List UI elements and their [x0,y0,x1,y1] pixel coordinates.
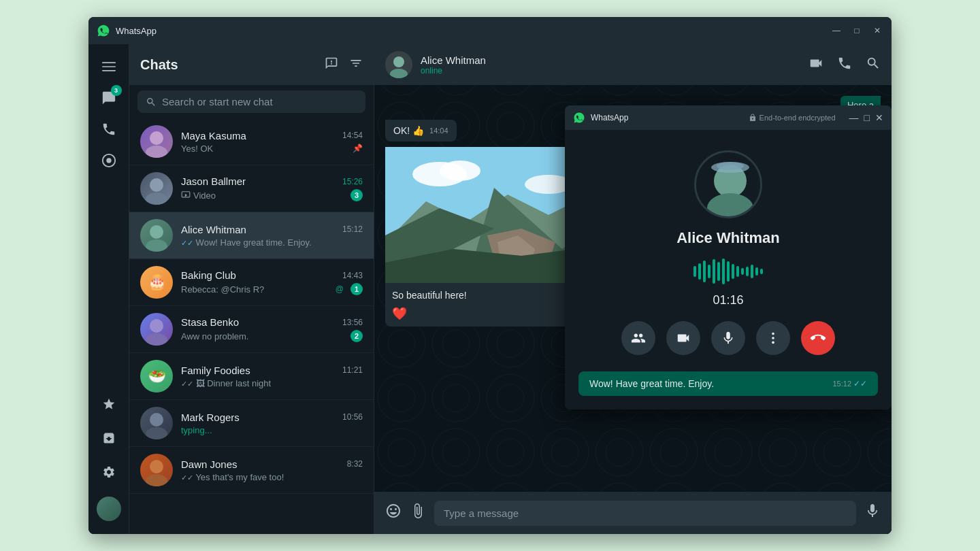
svg-point-16 [150,413,163,427]
video-call-icon[interactable] [808,56,823,74]
video-toggle-button[interactable] [666,321,700,355]
chat-preview-stasa: Aww no problem. [181,331,346,341]
voice-call-icon[interactable] [837,56,852,74]
svg-point-4 [106,158,111,163]
emoji-icon[interactable] [385,503,402,523]
chat-info-alice: Alice Whitman 15:12 ✓✓ Wow! Have great t… [181,224,363,248]
svg-point-37 [772,337,774,339]
nav-bottom [95,390,123,526]
chat-item-maya[interactable]: Maya Kasuma 14:54 Yes! OK 📌 [129,118,374,165]
chat-info-dawn: Dawn Jones 8:32 ✓✓ Yes that's my fave to… [181,458,363,482]
chat-item-baking[interactable]: 🎂 Baking Club 14:43 Rebecca: @Chris R? @… [129,259,374,306]
avatar-baking: 🎂 [140,266,173,299]
nav-icon-menu[interactable] [95,52,123,81]
chat-preview-baking: Rebecca: @Chris R? [181,284,333,295]
wave-bar-5 [713,259,715,284]
call-title-bar: WhatsApp End-to-end endcrypted — □ ✕ [565,105,892,130]
chat-preview-alice: ✓✓ Wow! Have great time. Enjoy. [181,237,363,248]
encrypted-label: End-to-end endcrypted [760,114,836,122]
filter-icon[interactable] [349,56,363,73]
search-chat-icon[interactable] [866,56,881,74]
chat-header-icons [808,56,881,74]
chat-item-alice[interactable]: Alice Whitman 15:12 ✓✓ Wow! Have great t… [129,212,374,259]
voice-message-icon[interactable] [864,503,881,523]
chat-time-dawn: 8:32 [347,459,363,469]
chat-time-maya: 14:54 [342,131,363,140]
wave-bar-8 [727,261,730,282]
nav-icon-status[interactable] [95,146,123,175]
chat-time-stasa: 13:56 [342,318,363,327]
svg-point-17 [146,427,167,439]
msg-ok: OK! 👍 14:04 [385,120,457,141]
call-body: Alice Whitman 01:16 [565,130,892,410]
chat-info-baking: Baking Club 14:43 Rebecca: @Chris R? @ 1 [181,269,363,295]
wave-bar-11 [741,268,744,275]
search-icon [146,97,157,107]
more-options-button[interactable] [756,321,790,355]
wave-bar-13 [751,265,753,278]
minimize-button[interactable]: — [830,24,843,37]
mute-button[interactable] [711,321,745,355]
chat-name-dawn: Dawn Jones [181,458,238,470]
sidebar-title: Chats [140,57,178,73]
wave-bar-2 [698,263,701,280]
add-participant-button[interactable] [621,321,655,355]
chat-header: Alice Whitman online [374,44,892,85]
nav-icon-starred[interactable] [95,390,123,418]
message-input[interactable] [434,501,856,526]
svg-point-8 [146,146,167,158]
call-message-time: 15:12 [832,380,851,388]
svg-point-21 [390,69,408,78]
new-chat-icon[interactable] [325,56,338,73]
whatsapp-logo-titlebar [97,24,110,37]
nav-user-avatar[interactable] [95,495,123,523]
chat-item-mark[interactable]: Mark Rogers 10:56 typing... [129,400,374,447]
chat-preview-family: ✓✓ 🖼 Dinner last night [181,378,363,388]
svg-point-15 [146,333,167,346]
svg-rect-2 [102,70,116,71]
attach-icon[interactable] [410,503,426,523]
nav-icon-archived[interactable] [95,424,123,452]
close-button[interactable]: ✕ [871,24,883,37]
svg-point-13 [146,239,167,252]
call-contact-name: Alice Whitman [676,229,780,247]
wave-bar-15 [760,269,763,274]
search-input[interactable] [162,96,357,107]
call-minimize-button[interactable]: — [849,112,859,123]
chat-footer [374,492,892,534]
nav-icon-settings[interactable] [95,458,123,486]
svg-point-18 [150,460,163,473]
wave-bar-6 [717,262,720,281]
chat-item-jason[interactable]: Jason Ballmer 15:26 Video 3 [129,165,374,212]
pin-icon-maya: 📌 [353,144,363,153]
call-message-text: Wow! Have great time. Enjoy. [589,378,714,389]
search-bar [129,85,374,118]
nav-chat-badge: 3 [111,85,122,96]
chat-time-family: 11:21 [342,365,363,375]
avatar-alice [140,219,173,252]
msg-caption-text: So beautiful here! [392,290,467,301]
call-close-button[interactable]: ✕ [875,112,883,123]
chat-preview-dawn: ✓✓ Yes that's my fave too! [181,472,363,482]
nav-icon-chats[interactable]: 3 [95,84,123,112]
badge-baking: 1 [350,283,363,295]
chat-item-dawn[interactable]: Dawn Jones 8:32 ✓✓ Yes that's my fave to… [129,447,374,494]
end-call-button[interactable] [801,321,835,355]
msg-text-ok: OK! 👍 [393,125,424,136]
sidebar-header: Chats [129,44,374,85]
svg-rect-1 [102,66,116,67]
nav-icon-calls[interactable] [95,115,123,144]
call-waveform [693,258,763,285]
svg-point-38 [772,341,774,344]
badge-stasa: 2 [350,330,363,342]
maximize-button[interactable]: □ [851,24,863,37]
call-maximize-button[interactable]: □ [864,112,870,123]
wave-bar-3 [703,261,706,282]
avatar-maya [140,125,173,158]
chat-header-avatar[interactable] [385,51,412,78]
chat-list: Maya Kasuma 14:54 Yes! OK 📌 [129,118,374,534]
chat-item-stasa[interactable]: Stasa Benko 13:56 Aww no problem. 2 [129,306,374,353]
chat-item-family[interactable]: 🥗 Family Foodies 11:21 ✓✓ 🖼 Dinner last … [129,353,374,400]
avatar-stasa [140,313,173,346]
call-encrypted: End-to-end endcrypted [749,114,836,122]
